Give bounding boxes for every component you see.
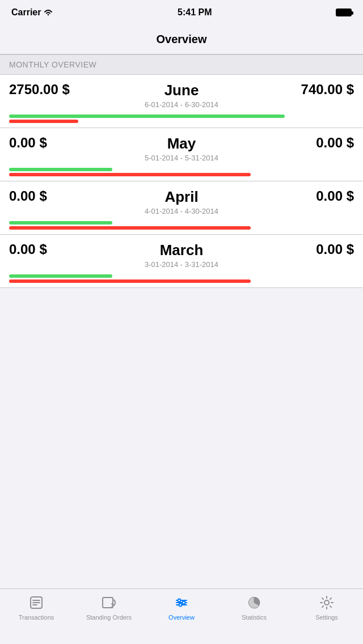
month-name-3: March [82, 242, 281, 259]
green-bar-0 [9, 115, 285, 118]
tab-bar: Transactions Standing Orders Overview [0, 588, 363, 644]
tab-transactions-icon [27, 594, 45, 612]
expense-amount-2: 0.00 $ [286, 188, 354, 204]
status-bar: Carrier 5:41 PM [0, 0, 363, 25]
svg-point-10 [179, 604, 182, 607]
tab-transactions[interactable]: Transactions [0, 594, 73, 621]
tab-overview-label: Overview [168, 614, 195, 621]
red-bar-3 [9, 279, 251, 283]
green-bar-3 [9, 274, 112, 278]
month-card-april[interactable]: 0.00 $ April 4-01-2014 - 4-30-2014 0.00 … [0, 181, 363, 235]
tab-standing-orders-icon [100, 594, 118, 612]
tab-statistics-icon [245, 594, 263, 612]
section-header-label: MONTHLY OVERVIEW [9, 60, 96, 69]
status-time: 5:41 PM [178, 7, 212, 18]
tab-statistics[interactable]: Statistics [218, 594, 290, 621]
wifi-icon [43, 9, 53, 16]
svg-rect-4 [103, 598, 113, 608]
progress-bars-2 [9, 221, 354, 230]
income-amount-0: 2750.00 $ [9, 82, 77, 98]
red-bar-2 [9, 226, 251, 230]
svg-point-9 [183, 601, 185, 604]
main-content: MONTHLY OVERVIEW 2750.00 $ June 6-01-201… [0, 54, 363, 588]
tab-statistics-label: Statistics [242, 614, 267, 621]
tab-standing-orders[interactable]: Standing Orders [73, 594, 145, 621]
income-amount-1: 0.00 $ [9, 135, 77, 151]
month-name-2: April [82, 188, 281, 206]
date-range-0: 6-01-2014 - 6-30-2014 [82, 100, 281, 109]
date-range-2: 4-01-2014 - 4-30-2014 [82, 207, 281, 215]
month-card-june[interactable]: 2750.00 $ June 6-01-2014 - 6-30-2014 740… [0, 75, 363, 128]
battery-icon [336, 9, 352, 16]
date-range-1: 5-01-2014 - 5-31-2014 [82, 154, 281, 162]
tab-settings[interactable]: Settings [290, 594, 363, 621]
nav-bar: Overview [0, 25, 363, 54]
tab-settings-label: Settings [315, 614, 338, 621]
progress-bars-1 [9, 168, 354, 176]
expense-amount-1: 0.00 $ [286, 135, 354, 151]
carrier-label: Carrier [11, 7, 41, 18]
month-name-1: May [82, 135, 281, 152]
page-title: Overview [157, 33, 207, 46]
month-name-0: June [82, 82, 281, 99]
section-header: MONTHLY OVERVIEW [0, 54, 363, 75]
income-amount-3: 0.00 $ [9, 242, 77, 257]
tab-settings-icon [318, 594, 336, 612]
green-bar-2 [9, 221, 112, 224]
month-card-march[interactable]: 0.00 $ March 3-01-2014 - 3-31-2014 0.00 … [0, 235, 363, 288]
tab-transactions-label: Transactions [19, 614, 54, 621]
svg-point-11 [324, 600, 329, 605]
month-cards-list: 2750.00 $ June 6-01-2014 - 6-30-2014 740… [0, 75, 363, 288]
green-bar-1 [9, 168, 112, 171]
month-card-may[interactable]: 0.00 $ May 5-01-2014 - 5-31-2014 0.00 $ [0, 128, 363, 181]
expense-amount-0: 740.00 $ [286, 82, 354, 98]
tab-standing-orders-label: Standing Orders [86, 614, 132, 621]
income-amount-2: 0.00 $ [9, 188, 77, 204]
red-bar-1 [9, 173, 251, 176]
carrier-wifi: Carrier [11, 7, 53, 18]
progress-bars-0 [9, 115, 354, 123]
empty-area [0, 288, 363, 458]
svg-point-8 [178, 599, 181, 602]
progress-bars-3 [9, 274, 354, 283]
red-bar-0 [9, 120, 78, 123]
expense-amount-3: 0.00 $ [286, 242, 354, 257]
tab-overview-icon [172, 594, 191, 612]
tab-overview[interactable]: Overview [145, 594, 218, 621]
date-range-3: 3-01-2014 - 3-31-2014 [82, 260, 281, 269]
